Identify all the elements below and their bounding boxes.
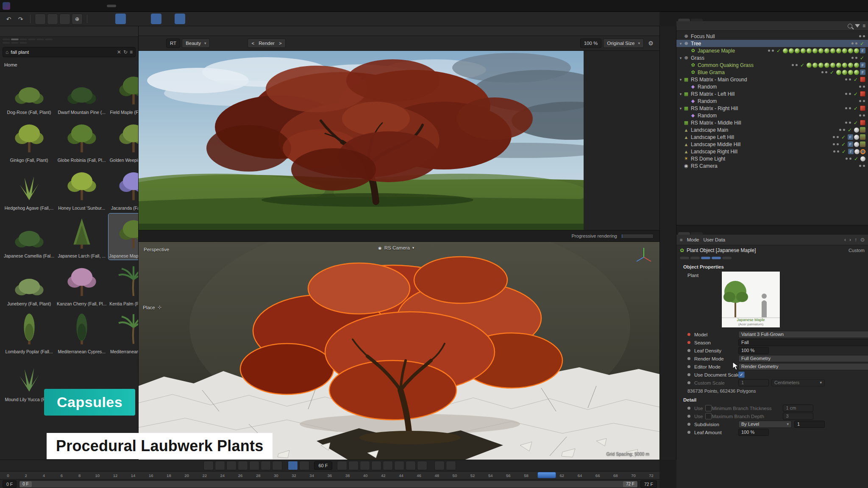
menu-item[interactable] bbox=[79, 5, 88, 7]
menu-item[interactable] bbox=[51, 5, 60, 7]
filter-tab[interactable] bbox=[3, 42, 10, 44]
render-view-icon[interactable] bbox=[92, 14, 102, 24]
filter-icon[interactable] bbox=[855, 24, 860, 28]
denoise-icon[interactable] bbox=[311, 38, 322, 49]
material-chip[interactable] bbox=[824, 63, 829, 68]
perspective-viewport[interactable]: Perspective ◉ RS Camera ▾ Place ⊹ Grid S… bbox=[139, 242, 659, 461]
axis-lock-button[interactable] bbox=[47, 14, 58, 25]
object-tree-row[interactable]: ▲ Landscape Right Hill ✓F bbox=[676, 148, 868, 155]
transform-tool-icon[interactable] bbox=[662, 29, 674, 40]
texture-tag[interactable] bbox=[860, 127, 865, 133]
user-data-dropdown[interactable]: User Data bbox=[704, 237, 726, 242]
spline-pen-tool-icon[interactable] bbox=[662, 80, 674, 91]
clear-search-icon[interactable]: ✕ bbox=[117, 49, 121, 55]
asset-plant-tile[interactable]: Kentia Palm (Fall, Plant) bbox=[108, 261, 139, 308]
visibility-dot[interactable] bbox=[845, 107, 847, 109]
magnet-tool-icon[interactable] bbox=[222, 14, 233, 24]
panel-tab[interactable] bbox=[691, 232, 703, 235]
grid-toggle-icon[interactable] bbox=[186, 14, 197, 24]
material-chip[interactable] bbox=[807, 63, 812, 68]
axis-lock-button[interactable] bbox=[35, 14, 46, 25]
visibility-dot[interactable] bbox=[772, 50, 774, 52]
asset-plant-tile[interactable]: Kanzan Cherry (Fall, Pl... bbox=[56, 261, 107, 308]
render-nav-control[interactable]: < Render > bbox=[248, 39, 285, 48]
visibility-dot[interactable] bbox=[796, 64, 798, 66]
menu-item[interactable] bbox=[14, 30, 20, 32]
attribute-tab-chip[interactable] bbox=[690, 257, 700, 259]
visibility-dot[interactable] bbox=[855, 57, 857, 59]
nav-forward-icon[interactable]: › bbox=[849, 237, 851, 243]
goto-end-button[interactable] bbox=[272, 461, 282, 470]
object-tree-row[interactable]: ▾ ▦ RS Matrix - Main Ground ✓ bbox=[676, 76, 868, 83]
object-tree-row[interactable]: ▲ Landscape Main ✓ bbox=[676, 126, 868, 133]
menu-item[interactable] bbox=[70, 5, 79, 7]
snap-toggle-icon[interactable] bbox=[175, 14, 185, 24]
menu-item[interactable] bbox=[149, 30, 156, 32]
field-tag[interactable]: F bbox=[860, 48, 865, 53]
redo-icon[interactable]: ↷ bbox=[15, 14, 26, 24]
visibility-dot[interactable] bbox=[837, 150, 839, 152]
autokey-button[interactable] bbox=[348, 461, 359, 470]
material-chip[interactable] bbox=[812, 48, 818, 53]
object-tree-row[interactable]: ✿ Common Quaking Grass ✓F bbox=[676, 61, 868, 69]
texture-tag[interactable] bbox=[860, 141, 865, 147]
menu-item[interactable] bbox=[699, 25, 706, 27]
param-control[interactable]: 100 % bbox=[738, 429, 769, 436]
param-control[interactable]: ✓ bbox=[738, 372, 745, 378]
workplane-lock-icon[interactable] bbox=[210, 14, 221, 24]
render-pass-dropdown[interactable]: Beauty ▾ bbox=[182, 39, 210, 48]
preview-range-slider[interactable]: 0 F 72 F bbox=[19, 480, 638, 488]
object-tree-row[interactable]: ◆ Random bbox=[676, 112, 868, 119]
panel-tab[interactable] bbox=[691, 19, 703, 21]
menu-item[interactable] bbox=[135, 5, 144, 7]
type-tool-icon[interactable] bbox=[662, 67, 674, 78]
perspective-label[interactable]: Perspective bbox=[144, 247, 169, 252]
bucket-render-icon[interactable] bbox=[223, 38, 234, 49]
burger-menu-icon[interactable]: ≡ bbox=[862, 23, 865, 29]
next-render-icon[interactable]: > bbox=[279, 41, 282, 46]
filter-tab[interactable] bbox=[45, 39, 53, 40]
visibility-dot[interactable] bbox=[863, 100, 865, 102]
clip-view-icon[interactable] bbox=[347, 38, 357, 49]
object-tree-row[interactable]: ▦ RS Matrix - Middle Hill ✓ bbox=[676, 119, 868, 126]
material-chip[interactable] bbox=[836, 48, 841, 53]
material-chip[interactable] bbox=[818, 48, 823, 53]
panel-options-icon[interactable] bbox=[127, 27, 136, 36]
object-tree-row[interactable]: ▾ ⊕ Grass ✓ bbox=[676, 54, 868, 61]
param-control[interactable]: 1Centimeters▾ bbox=[738, 379, 825, 386]
prev-key-button[interactable] bbox=[215, 461, 225, 470]
visibility-dot[interactable] bbox=[837, 136, 839, 138]
field-tag[interactable]: F bbox=[860, 69, 865, 75]
lock-icon[interactable]: ⊙ bbox=[860, 237, 865, 243]
visibility-dot[interactable] bbox=[863, 114, 865, 116]
material-chip[interactable] bbox=[854, 63, 859, 68]
range-end-field[interactable]: 72 F bbox=[640, 480, 657, 488]
filter-tab[interactable] bbox=[3, 39, 10, 40]
visibility-dot[interactable] bbox=[859, 86, 861, 88]
enabled-check-icon[interactable]: ✓ bbox=[854, 120, 858, 126]
menu-item[interactable] bbox=[26, 30, 32, 32]
material-chip[interactable] bbox=[848, 70, 853, 75]
material-chip[interactable] bbox=[830, 48, 835, 53]
asset-plant-tile[interactable]: Dog-Rose (Fall, Plant) bbox=[3, 70, 55, 116]
tablet-pen-tool-icon[interactable] bbox=[662, 194, 674, 205]
menu-item[interactable] bbox=[14, 5, 23, 7]
menu-item[interactable] bbox=[125, 5, 135, 7]
menu-item[interactable] bbox=[60, 5, 70, 7]
visibility-dot[interactable] bbox=[851, 57, 854, 59]
record-audio-button[interactable] bbox=[434, 461, 445, 470]
object-tree-row[interactable]: ▾ ▦ RS Matrix - Right Hill ✓ bbox=[676, 105, 868, 112]
menu-item[interactable] bbox=[32, 5, 42, 7]
menu-item[interactable] bbox=[42, 5, 51, 7]
quantize-icon[interactable] bbox=[198, 14, 209, 24]
material-chip[interactable] bbox=[795, 48, 800, 53]
gear-add-icon[interactable] bbox=[139, 14, 150, 24]
simulation-scene-icon[interactable] bbox=[662, 92, 674, 103]
visibility-dot[interactable] bbox=[845, 93, 847, 95]
key-parameter-button[interactable] bbox=[406, 461, 416, 470]
camera-label[interactable]: ◉ RS Camera ▾ bbox=[378, 245, 414, 250]
search-icon[interactable] bbox=[848, 24, 852, 28]
material-chip[interactable] bbox=[818, 63, 823, 68]
redshift-object-tag[interactable] bbox=[860, 91, 865, 97]
visibility-dot[interactable] bbox=[855, 42, 857, 44]
